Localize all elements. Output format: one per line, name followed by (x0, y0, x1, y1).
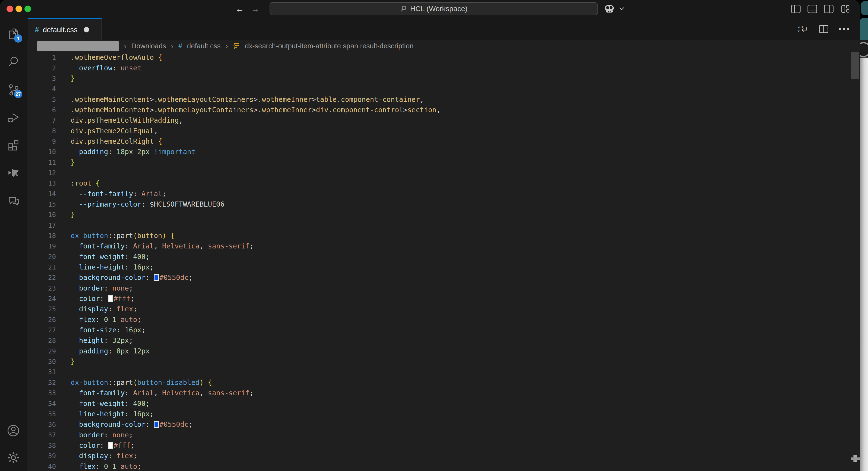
editor[interactable]: 1.wpthemeOverflowAuto {2 overflow: unset… (27, 52, 860, 471)
code-line: 36 background-color: #0550dc; (27, 419, 860, 430)
line-number: 32 (27, 379, 56, 386)
command-center-search[interactable]: HCL (Workspace) (270, 2, 598, 15)
code-line: 38 color: #fff; (27, 440, 860, 451)
sidebar-item-extension-x[interactable] (7, 166, 20, 179)
more-actions-icon[interactable] (839, 28, 849, 30)
code-line: 18dx-button::part(button) { (27, 231, 860, 241)
line-number: 24 (27, 295, 56, 302)
navigate-forward-icon[interactable]: → (251, 4, 259, 14)
breadcrumb-separator: › (225, 42, 228, 51)
line-number: 28 (27, 337, 56, 344)
navigate-back-icon[interactable]: ← (236, 4, 244, 14)
code-line: 12 (27, 168, 860, 178)
breadcrumb-separator: › (171, 42, 174, 51)
command-center-label: HCL (Workspace) (410, 5, 468, 13)
line-number: 2 (27, 64, 56, 72)
close-window-button[interactable] (6, 6, 13, 12)
layout-controls (790, 0, 850, 18)
code-line: 39 display: flex; (27, 451, 860, 461)
svg-text:ab: ab (798, 25, 803, 29)
code-line: 27 font-size: 16px; (27, 325, 860, 335)
line-number: 13 (27, 179, 56, 187)
line-number: 37 (27, 431, 56, 439)
vscode-window: ← → HCL (Workspace) (0, 0, 860, 471)
comments-icon (7, 194, 20, 207)
sidebar-item-source-control[interactable]: 27 (7, 83, 20, 96)
code-line: 3} (27, 73, 860, 84)
line-number: 15 (27, 201, 56, 208)
breadcrumb-root-redacted[interactable] (37, 41, 119, 51)
modified-dot-icon[interactable] (84, 27, 89, 32)
code-line: 31 (27, 367, 860, 377)
word-wrap-icon[interactable]: ab c (797, 24, 808, 34)
color-swatch[interactable] (108, 442, 113, 449)
line-number: 31 (27, 368, 56, 376)
line-number: 35 (27, 410, 56, 418)
line-number: 14 (27, 190, 56, 198)
sidebar-item-comments[interactable] (7, 194, 20, 207)
sidebar-item-explorer[interactable]: 1 (7, 27, 20, 40)
run-and-debug-icon (7, 111, 20, 124)
line-number: 21 (27, 263, 56, 271)
search-icon (400, 5, 407, 12)
tab-default-css[interactable]: # default.css (28, 18, 102, 40)
line-number: 20 (27, 253, 56, 261)
code-line: 2 overflow: unset (27, 63, 860, 73)
sidebar-item-run-debug[interactable] (7, 111, 20, 124)
code-line: 5.wpthemeMainContent>.wpthemeLayoutConta… (27, 94, 860, 104)
line-number: 16 (27, 211, 56, 218)
split-editor-icon[interactable] (818, 25, 829, 34)
css-file-icon: # (178, 42, 182, 50)
code-line: 33 font-family: Arial, Helvetica, sans-s… (27, 388, 860, 398)
customize-layout-icon[interactable] (840, 4, 850, 14)
accounts-button[interactable] (7, 424, 20, 437)
code-line: 32dx-button::part(button-disabled) { (27, 377, 860, 388)
source-control-badge: 27 (14, 90, 22, 98)
code-line: 37 border: none; (27, 430, 860, 440)
scrollbar-thumb[interactable] (851, 52, 859, 79)
line-number: 7 (27, 116, 56, 124)
background-window-sliver (860, 0, 868, 471)
line-number: 36 (27, 421, 56, 428)
settings-button[interactable] (7, 451, 20, 464)
code-line: 23 border: none; (27, 283, 860, 294)
code-line: 29 padding: 8px 12px (27, 346, 860, 356)
line-number: 18 (27, 232, 56, 239)
breadcrumb-file[interactable]: default.css (187, 42, 221, 50)
code-line: 30} (27, 356, 860, 367)
line-number: 17 (27, 222, 56, 229)
search-icon (7, 55, 20, 68)
toggle-primary-sidebar-icon[interactable] (790, 4, 801, 14)
sidebar-item-search[interactable] (7, 55, 20, 68)
toggle-panel-icon[interactable] (807, 4, 817, 14)
sidebar-item-extensions[interactable] (7, 139, 20, 152)
css-rule-symbol-icon (233, 42, 240, 50)
breadcrumb-folder[interactable]: Downloads (131, 42, 166, 50)
chevron-down-icon[interactable] (619, 7, 624, 10)
breadcrumb-separator: › (124, 42, 126, 51)
line-number: 1 (27, 54, 56, 61)
breadcrumb-symbol[interactable]: dx-search-output-item-attribute span.res… (245, 42, 413, 50)
tab-label: default.css (43, 26, 78, 34)
css-file-icon: # (35, 26, 39, 34)
code-line: 1.wpthemeOverflowAuto { (27, 52, 860, 63)
line-number: 9 (27, 138, 56, 145)
color-swatch[interactable] (154, 421, 159, 428)
minimize-window-button[interactable] (16, 6, 22, 12)
line-number: 8 (27, 127, 56, 135)
code-line: 10 padding: 18px 2px !important (27, 146, 860, 157)
copilot-icon[interactable] (603, 4, 615, 14)
line-number: 3 (27, 75, 56, 82)
color-swatch[interactable] (108, 295, 113, 302)
code-line: 22 background-color: #0550dc; (27, 272, 860, 283)
code-line: 14 --font-family: Arial; (27, 189, 860, 199)
line-number: 11 (27, 159, 56, 166)
line-number: 39 (27, 452, 56, 460)
line-number: 12 (27, 169, 56, 177)
zoom-window-button[interactable] (25, 6, 31, 12)
code-line: 21 line-height: 16px; (27, 262, 860, 272)
code-line: 7div.psTheme1ColWithPadding, (27, 115, 860, 126)
color-swatch[interactable] (154, 274, 159, 281)
extensions-icon (7, 139, 20, 152)
toggle-secondary-sidebar-icon[interactable] (824, 4, 834, 14)
